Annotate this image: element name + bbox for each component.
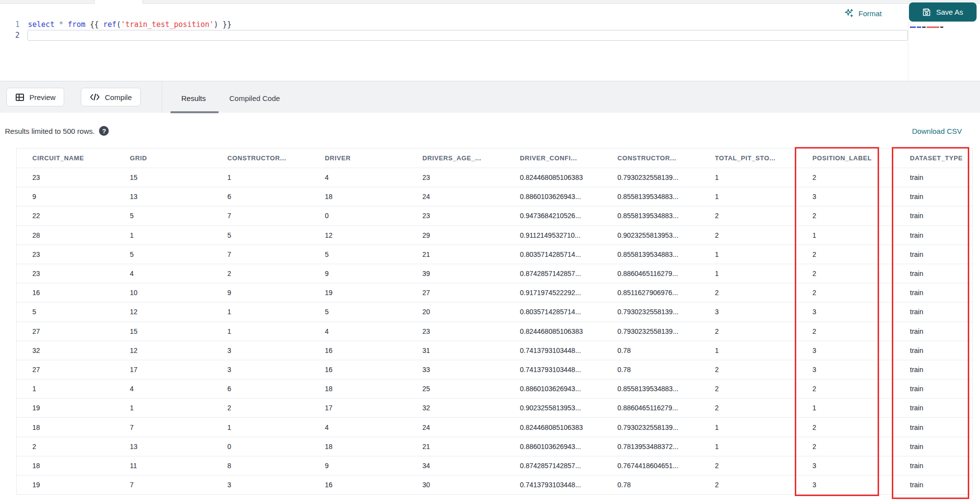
table-cell: 9 — [309, 462, 407, 470]
table-row: 231514230.8244680851063830.7930232558139… — [17, 168, 972, 187]
table-cell: 4 — [114, 385, 212, 393]
table-cell: 2 — [699, 366, 797, 374]
table-cell: 2 — [699, 231, 797, 239]
table-cell: train — [894, 385, 973, 393]
table-cell: 5 — [309, 250, 407, 258]
column-header: CONSTRUCTOR... — [212, 154, 309, 162]
editor-scroll-divider — [908, 22, 908, 83]
table-row: 18714240.8244680851063830.7930232558139.… — [17, 418, 972, 437]
table-cell: 0.8860103626943... — [504, 385, 602, 393]
table-cell: 2 — [699, 212, 797, 220]
table-cell: 2 — [699, 327, 797, 335]
table-cell: 7 — [114, 481, 212, 489]
code-token: * — [59, 20, 63, 29]
table-cell: 0.78 — [602, 366, 699, 374]
table-cell: 0.9171974522292... — [504, 289, 602, 297]
format-button[interactable]: Format — [844, 4, 882, 22]
table-cell: train — [894, 443, 973, 450]
code-token: {{ — [85, 20, 103, 29]
tab-results[interactable]: Results — [181, 94, 206, 102]
table-row: 2717316330.7413793103448...0.7823train — [17, 360, 972, 379]
table-cell: 1 — [212, 424, 309, 431]
table-cell: train — [894, 366, 973, 374]
table-cell: 0.7930232558139... — [602, 174, 699, 181]
code-token: from — [68, 20, 85, 29]
sql-editor[interactable]: 1 2 select * from {{ ref('train_test_pos… — [0, 4, 980, 81]
compile-button[interactable]: Compile — [81, 88, 141, 106]
table-cell: 22 — [17, 212, 114, 220]
table-cell: 1 — [17, 385, 114, 393]
table-cell: 0.8860103626943... — [504, 443, 602, 450]
table-cell: 3 — [797, 347, 894, 354]
table-cell: 0.8558139534883... — [602, 193, 699, 200]
table-cell: 1 — [699, 174, 797, 181]
tab-compiled-code[interactable]: Compiled Code — [229, 94, 280, 102]
table-cell: 23 — [17, 174, 114, 181]
table-cell: train — [894, 327, 973, 335]
table-cell: 0.8511627906976... — [602, 289, 699, 297]
table-cell: 2 — [212, 404, 309, 412]
table-cell: 1 — [699, 270, 797, 277]
floppy-disk-icon — [922, 8, 931, 17]
code-token: }} — [218, 20, 231, 29]
table-cell: 16 — [309, 481, 407, 489]
table-cell: 24 — [407, 193, 504, 200]
sparkles-icon — [844, 8, 854, 18]
table-row: 51215200.8035714285714...0.7930232558139… — [17, 302, 972, 322]
active-tab-underline — [171, 111, 219, 113]
code-minimap[interactable] — [910, 26, 954, 28]
table-cell: 27 — [17, 366, 114, 374]
column-header: GRID — [114, 154, 212, 162]
table-cell: 3 — [797, 308, 894, 316]
table-cell: 1 — [797, 404, 894, 412]
save-as-label: Save As — [936, 8, 963, 16]
table-cell: 4 — [309, 174, 407, 181]
table-cell: 9 — [309, 270, 407, 277]
column-header: CIRCUIT_NAME — [17, 154, 114, 162]
table-cell: 2 — [797, 443, 894, 450]
table-cell: 0.7930232558139... — [602, 308, 699, 316]
table-cell: 18 — [309, 385, 407, 393]
table-cell: 23 — [17, 250, 114, 258]
save-as-button[interactable]: Save As — [909, 2, 977, 22]
table-cell: train — [894, 347, 973, 354]
table-row: 213018210.8860103626943...0.781395348837… — [17, 437, 972, 456]
column-header: DATASET_TYPE — [894, 154, 973, 162]
preview-button[interactable]: Preview — [6, 88, 64, 106]
table-cell: 12 — [114, 308, 212, 316]
active-line-highlight[interactable] — [27, 30, 908, 41]
table-cell: 0.8035714285714... — [504, 308, 602, 316]
table-grid-icon — [15, 93, 24, 102]
code-line-1[interactable]: select * from {{ ref('train_test_positio… — [28, 20, 231, 29]
table-cell: 0.9023255813953... — [504, 404, 602, 412]
table-cell: 16 — [17, 289, 114, 297]
results-table: CIRCUIT_NAMEGRIDCONSTRUCTOR...DRIVERDRIV… — [16, 148, 973, 495]
download-csv-link[interactable]: Download CSV — [912, 127, 962, 135]
table-cell: 7 — [212, 250, 309, 258]
table-cell: 0.7930232558139... — [602, 424, 699, 431]
table-cell: 0.7413793103448... — [504, 347, 602, 354]
active-file-tab[interactable] — [94, 0, 143, 4]
table-header-row: CIRCUIT_NAMEGRIDCONSTRUCTOR...DRIVERDRIV… — [17, 149, 972, 168]
table-cell: 27 — [17, 327, 114, 335]
table-cell: 0.9023255813953... — [602, 231, 699, 239]
table-cell: train — [894, 231, 973, 239]
table-cell: 3 — [212, 481, 309, 489]
table-cell: 2 — [699, 289, 797, 297]
table-cell: 6 — [212, 385, 309, 393]
table-cell: 0.78 — [602, 481, 699, 489]
toolbar-divider — [162, 81, 162, 113]
table-cell: 0.9112149532710... — [504, 231, 602, 239]
table-cell: 16 — [309, 347, 407, 354]
table-cell: 2 — [797, 174, 894, 181]
table-cell: 3 — [797, 366, 894, 374]
table-cell: 0.7413793103448... — [504, 481, 602, 489]
table-cell: 0 — [212, 443, 309, 450]
table-cell: 1 — [114, 404, 212, 412]
table-cell: 9 — [212, 289, 309, 297]
column-header: DRIVER_CONFI... — [504, 154, 602, 162]
help-icon[interactable]: ? — [99, 126, 109, 136]
table-cell: 3 — [797, 462, 894, 470]
table-cell: 13 — [114, 193, 212, 200]
table-row: 1610919270.9171974522292...0.85116279069… — [17, 283, 972, 302]
